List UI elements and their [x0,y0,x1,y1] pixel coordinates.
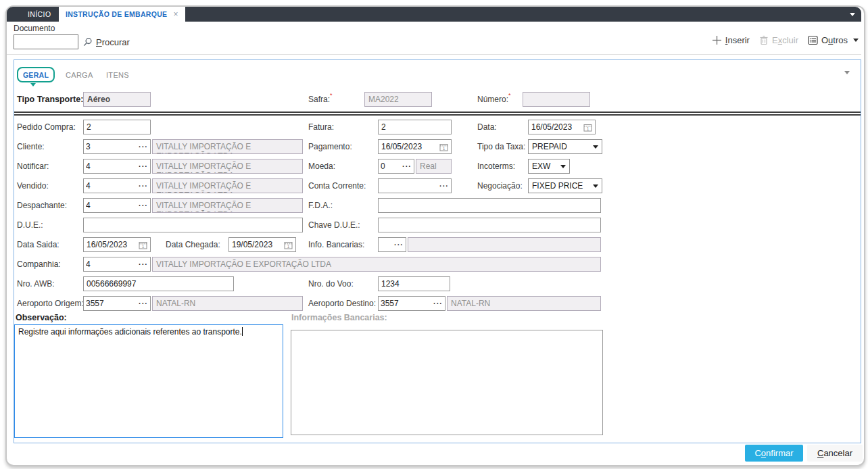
main-panel: GERAL CARGA ITENS Tipo Transporte: Aéreo… [14,59,861,443]
safra-value: MA2022 [364,92,432,107]
companhia-label: Companhia: [17,257,61,272]
companhia-code-input[interactable] [84,257,137,271]
confirmar-button[interactable]: Confirmar [745,445,803,462]
notificar-lookup[interactable]: ··· [83,159,151,174]
notificar-code-input[interactable] [84,159,137,173]
moeda-lookup[interactable]: ··· [378,159,414,174]
tab-list-caret-icon[interactable] [850,13,855,16]
numero-value [523,92,590,107]
conta-corrente-lookup-dots-icon[interactable]: ··· [437,179,451,193]
notificar-lookup-dots-icon[interactable]: ··· [137,159,150,173]
info-bancarias-code-input[interactable] [379,238,392,251]
excluir-button[interactable]: Excluir [759,35,798,45]
cliente-lookup-dots-icon[interactable]: ··· [137,140,150,153]
calendar-icon[interactable]: 1 [139,241,147,249]
aeroporto-origem-label: Aeroporto Origem: [17,296,84,311]
calendar-icon[interactable]: 1 [284,241,293,249]
tab-instrucao-de-embarque[interactable]: INSTRUÇÃO DE EMBARQUE × [59,7,185,22]
due-input[interactable] [83,218,303,232]
vendido-lookup-dots-icon[interactable]: ··· [137,179,150,193]
outros-button[interactable]: Outros [808,35,859,45]
nro-awb-input[interactable] [83,276,234,291]
documento-input[interactable] [14,34,78,49]
aeroporto-origem-code-input[interactable] [84,297,137,310]
panel-caret-icon[interactable] [844,71,850,74]
calendar-icon[interactable]: 1 [439,143,448,151]
conta-corrente-label: Conta Corrente: [308,178,366,193]
pedido-compra-input[interactable] [83,120,151,134]
vendido-lookup[interactable]: ··· [83,178,151,193]
cancelar-button[interactable]: Cancelar [807,445,863,462]
toolbar-separator [7,54,861,55]
despachante-lookup[interactable]: ··· [83,198,151,213]
negociacao-select[interactable]: FIXED PRICE [528,178,602,193]
data-chegada-input[interactable]: 1 [228,237,296,252]
moeda-lookup-dots-icon[interactable]: ··· [400,159,414,173]
aeroporto-destino-code-input[interactable] [379,297,431,310]
toolbar-actions: Inserir Excluir [712,35,859,45]
aeroporto-origem-lookup-dots-icon[interactable]: ··· [137,297,150,310]
aeroporto-origem-description: NATAL-RN [152,296,303,311]
pagamento-input-text[interactable] [379,142,439,151]
nro-awb-label: Nro. AWB: [17,276,55,291]
data-saida-input[interactable]: 1 [83,237,151,252]
despachante-lookup-dots-icon[interactable]: ··· [137,199,150,212]
fda-input[interactable] [378,198,601,213]
procurar-button[interactable]: Procurar [82,34,130,49]
inserir-label: Inserir [725,35,750,45]
conta-corrente-lookup[interactable]: ··· [378,178,452,193]
svg-text:1: 1 [287,243,290,248]
data-saida-input-text[interactable] [84,240,139,249]
info-bancarias-lookup[interactable]: ··· [378,237,406,252]
aeroporto-destino-description: NATAL-RN [447,296,601,311]
companhia-lookup-dots-icon[interactable]: ··· [137,257,150,271]
nro-voo-input[interactable] [378,276,450,291]
tab-inicio[interactable]: INÍCIO [19,7,60,22]
pedido-compra-label: Pedido Compra: [17,120,76,134]
tab-carga[interactable]: CARGA [66,68,93,82]
despachante-code-input[interactable] [84,199,137,212]
cliente-code-input[interactable] [84,140,137,153]
tipo-taxa-select[interactable]: PREPAID [528,139,602,154]
conta-corrente-input[interactable] [379,179,437,193]
incoterms-value: EXW [532,162,550,171]
data-input-text[interactable] [529,122,583,132]
fatura-input[interactable] [378,120,452,134]
tab-instrucao-label: INSTRUÇÃO DE EMBARQUE [66,7,167,22]
observacao-textarea[interactable]: Registre aqui informações adicionais ref… [14,324,283,438]
incoterms-select[interactable]: EXW [528,159,570,174]
moeda-code-input[interactable] [379,159,400,173]
data-chegada-label: Data Chegada: [166,237,220,252]
pagamento-input[interactable]: 1 [378,139,452,154]
companhia-lookup[interactable]: ··· [83,257,151,272]
tipo-taxa-value: PREPAID [532,142,567,151]
dropdown-caret-icon [560,165,566,168]
fda-label: F.D.A.: [308,198,333,213]
aeroporto-destino-lookup[interactable]: ··· [378,296,445,311]
inserir-button[interactable]: Inserir [712,35,750,45]
fatura-label: Fatura: [308,120,334,134]
informacoes-bancarias-textarea[interactable] [291,330,603,435]
list-icon [808,35,818,45]
tipo-transporte-label: Tipo Transporte: [17,92,83,107]
data-input[interactable]: 1 [528,120,596,134]
informacoes-bancarias-label: Informações Bancarias: [291,313,387,322]
close-tab-icon[interactable]: × [173,7,178,22]
vendido-code-input[interactable] [84,179,137,193]
moeda-description: Real [416,159,452,174]
observacao-text: Registre aqui informações adicionais ref… [18,327,242,337]
numero-label: Número:* [477,92,511,107]
notificar-description: VITALLY IMPORTAÇÃO E EXPORTAÇÃO LTDA [152,159,303,174]
cliente-lookup[interactable]: ··· [83,139,151,154]
chave-due-label: Chave D.U.E.: [308,218,360,232]
aeroporto-destino-lookup-dots-icon[interactable]: ··· [431,297,445,310]
vendido-label: Vendido: [17,178,49,193]
info-bancarias-lookup-dots-icon[interactable]: ··· [392,238,406,251]
data-chegada-input-text[interactable] [229,240,284,249]
chave-due-input[interactable] [378,218,601,232]
tab-itens[interactable]: ITENS [106,68,129,82]
trash-icon [759,35,769,45]
calendar-icon[interactable]: 1 [583,123,592,132]
aeroporto-origem-lookup[interactable]: ··· [83,296,151,311]
tab-geral[interactable]: GERAL [17,67,55,82]
